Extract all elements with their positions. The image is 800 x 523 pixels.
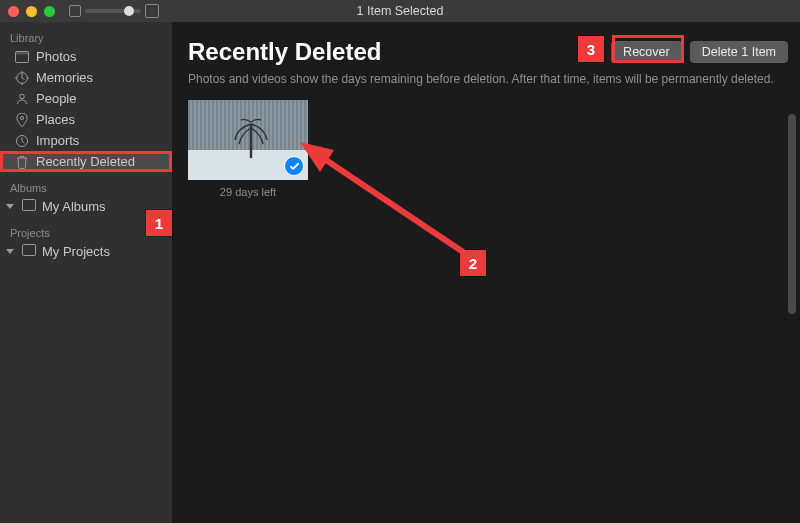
sidebar-item-recently-deleted[interactable]: Recently Deleted bbox=[0, 151, 172, 172]
header-row: Recently Deleted Recover Delete 1 Item bbox=[188, 38, 800, 66]
svg-line-9 bbox=[320, 156, 472, 258]
sidebar-item-label: Places bbox=[36, 112, 75, 127]
annotation-callout-1: 1 bbox=[146, 210, 172, 236]
svg-rect-6 bbox=[23, 200, 36, 211]
sidebar-item-imports[interactable]: Imports bbox=[0, 130, 172, 151]
places-icon bbox=[14, 113, 29, 127]
sidebar-item-places[interactable]: Places bbox=[0, 109, 172, 130]
sidebar-item-label: Recently Deleted bbox=[36, 154, 135, 169]
titlebar: 1 Item Selected bbox=[0, 0, 800, 22]
sidebar-item-label: People bbox=[36, 91, 76, 106]
photo-thumbnail[interactable]: 29 days left bbox=[188, 100, 308, 198]
sidebar-item-photos[interactable]: Photos bbox=[0, 46, 172, 67]
days-left-label: 29 days left bbox=[188, 186, 308, 198]
window-title: 1 Item Selected bbox=[0, 4, 800, 18]
sidebar-section-albums: Albums bbox=[0, 178, 172, 196]
project-icon bbox=[22, 244, 36, 259]
sidebar-section-library: Library bbox=[0, 28, 172, 46]
svg-rect-1 bbox=[15, 51, 28, 54]
sidebar-item-my-projects[interactable]: My Projects bbox=[0, 241, 172, 262]
photos-icon bbox=[14, 51, 29, 63]
recover-button[interactable]: Recover bbox=[611, 41, 682, 63]
thumbnail-subject bbox=[231, 114, 271, 160]
thumbnail-image bbox=[188, 100, 308, 180]
trash-icon bbox=[14, 155, 29, 169]
sidebar-item-label: My Albums bbox=[42, 199, 106, 214]
main-content: Recently Deleted Recover Delete 1 Item P… bbox=[172, 22, 800, 523]
sidebar-item-label: Imports bbox=[36, 133, 79, 148]
sidebar-item-people[interactable]: People bbox=[0, 88, 172, 109]
vertical-scrollbar[interactable] bbox=[786, 114, 798, 519]
selected-checkmark-icon bbox=[284, 156, 304, 176]
photos-window: 1 Item Selected Library Photos Memories … bbox=[0, 0, 800, 523]
sidebar-item-label: Photos bbox=[36, 49, 76, 64]
annotation-callout-3: 3 bbox=[578, 36, 604, 62]
album-icon bbox=[22, 199, 36, 214]
window-body: Library Photos Memories People Places Im… bbox=[0, 22, 800, 523]
svg-point-3 bbox=[19, 94, 24, 99]
sidebar: Library Photos Memories People Places Im… bbox=[0, 22, 172, 523]
sidebar-item-label: Memories bbox=[36, 70, 93, 85]
page-title: Recently Deleted bbox=[188, 38, 611, 66]
imports-icon bbox=[14, 134, 29, 148]
svg-rect-7 bbox=[23, 245, 36, 256]
disclosure-triangle-icon bbox=[6, 204, 14, 209]
annotation-callout-2: 2 bbox=[460, 250, 486, 276]
memories-icon bbox=[14, 71, 29, 85]
scrollbar-thumb[interactable] bbox=[788, 114, 796, 314]
svg-point-4 bbox=[20, 116, 23, 119]
page-description: Photos and videos show the days remainin… bbox=[188, 72, 800, 86]
sidebar-item-memories[interactable]: Memories bbox=[0, 67, 172, 88]
disclosure-triangle-icon bbox=[6, 249, 14, 254]
delete-button[interactable]: Delete 1 Item bbox=[690, 41, 788, 63]
people-icon bbox=[14, 92, 29, 106]
sidebar-item-label: My Projects bbox=[42, 244, 110, 259]
